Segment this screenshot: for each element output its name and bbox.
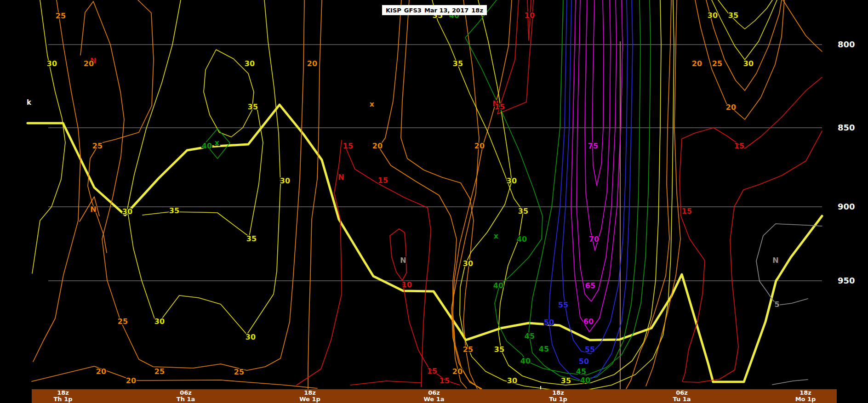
- contour-line-10: [527, 0, 531, 40]
- contour-label-25: 25: [234, 368, 244, 376]
- left-edge-partial-label: k: [27, 98, 31, 107]
- contour-label-30: 30: [743, 59, 754, 68]
- run-hour: 18z: [471, 7, 483, 14]
- bufkit-time-height-chart[interactable]: 8008509009502530N2025N3035303540x352030x…: [0, 0, 868, 403]
- contour-line-20: [308, 0, 322, 389]
- time-tick-label-18z-Th1p: 18z Th 1p: [54, 390, 73, 403]
- contour-label-65: 65: [585, 281, 595, 290]
- contour-label-25: 25: [56, 11, 66, 20]
- contour-label-x: x: [215, 138, 220, 147]
- contour-label-45: 45: [539, 345, 549, 353]
- contour-line-5: [756, 224, 822, 305]
- contour-line-30: [127, 0, 280, 335]
- contour-label-20: 20: [96, 367, 106, 376]
- contour-label-35: 35: [169, 206, 179, 215]
- pressure-label: 950: [838, 276, 855, 285]
- contour-label-30: 30: [507, 376, 517, 385]
- contour-label-15: 15: [343, 142, 353, 150]
- contour-label-35: 35: [248, 102, 258, 111]
- contour-label-30: 30: [708, 11, 718, 20]
- contour-label-15: 15: [440, 376, 450, 385]
- contour-line-25: [626, 0, 671, 389]
- contour-label-10: 10: [525, 11, 535, 20]
- contour-label-30: 30: [246, 333, 256, 341]
- contour-label-45: 45: [525, 332, 535, 341]
- contour-line-25: [80, 0, 304, 370]
- contour-label-35: 35: [246, 234, 257, 243]
- contour-label-15: 15: [734, 142, 744, 150]
- contour-line-10: [390, 229, 406, 280]
- station-id: KISP: [386, 7, 401, 14]
- run-date: Mar 13, 2017: [424, 7, 468, 14]
- contour-label-35: 35: [518, 207, 528, 216]
- contour-label-40: 40: [520, 357, 531, 365]
- contour-label-40: 40: [517, 235, 527, 244]
- time-tick-label-18z-Mo1p: 18z Mo 1p: [795, 390, 816, 403]
- contour-label-5: 5: [774, 300, 779, 309]
- contour-line-20: [379, 0, 467, 388]
- contour-label-30: 30: [280, 176, 290, 185]
- contour-label-55: 55: [585, 345, 595, 354]
- contour-label-50: 50: [579, 357, 589, 366]
- contour-label-35: 35: [494, 345, 504, 354]
- contour-label-30: 30: [47, 59, 57, 68]
- contour-label-30: 30: [122, 207, 132, 216]
- contour-label-40: 40: [493, 281, 503, 290]
- contour-line-20: [32, 366, 317, 388]
- contour-label-15: 15: [682, 207, 692, 216]
- contour-label-30: 30: [507, 176, 517, 185]
- contour-label-30: 30: [463, 259, 473, 268]
- contour-line-15: [350, 381, 422, 385]
- contour-label-75: 75: [588, 142, 598, 150]
- contour-label-55: 55: [558, 301, 568, 309]
- contour-line-75: [592, 0, 604, 186]
- time-axis-tick: [540, 386, 541, 389]
- contour-line-35: [718, 0, 772, 29]
- contour-label-N: N: [400, 256, 406, 265]
- time-axis-bar[interactable]: 18z Th 1p06z Th 1a18z We 1p06z We 1a18z …: [32, 389, 837, 403]
- time-tick-label-06z-Th1a: 06z Th 1a: [177, 390, 195, 403]
- contour-label-35: 35: [728, 11, 738, 20]
- contour-label-10: 10: [402, 280, 412, 289]
- contour-line-25: [451, 0, 483, 391]
- contour-label-x: x: [494, 232, 499, 240]
- contour-label-20: 20: [452, 367, 463, 376]
- contour-label-20: 20: [372, 142, 383, 150]
- contour-line-20: [783, 0, 822, 51]
- contour-plot-canvas[interactable]: 8008509009502530N2025N3035303540x352030x…: [0, 0, 868, 403]
- contour-label-30: 30: [245, 59, 255, 68]
- contour-label-70: 70: [589, 235, 599, 244]
- contour-label-15: 15: [378, 176, 388, 185]
- contour-label-50: 50: [544, 318, 554, 327]
- contour-label-20: 20: [474, 142, 485, 150]
- contour-line-trace: [28, 105, 822, 382]
- contour-label-N: N: [90, 205, 96, 214]
- contour-line-20: [453, 0, 512, 389]
- contour-line-30: [32, 0, 65, 273]
- contour-label-35: 35: [453, 59, 463, 68]
- contour-line-15: [297, 140, 342, 385]
- contour-line-15: [683, 131, 822, 382]
- contour-label-25: 25: [712, 59, 722, 68]
- contour-label-15: 15: [495, 102, 505, 111]
- contour-label-25: 25: [92, 142, 103, 150]
- chart-title-box: KISP GFS3 Mar 13, 2017 18z: [382, 5, 487, 15]
- contour-label-30: 30: [154, 317, 165, 326]
- time-tick-label-18z-Tu1p: 18z Tu 1p: [549, 390, 567, 403]
- contour-line-40: [465, 0, 651, 375]
- contour-line-70: [585, 0, 611, 250]
- contour-label-20: 20: [307, 59, 317, 68]
- contour-label-35: 35: [561, 376, 571, 385]
- contour-label-20: 20: [126, 376, 136, 385]
- contour-line-25: [33, 0, 80, 362]
- contour-label-60: 60: [583, 317, 594, 326]
- contour-label-25: 25: [118, 317, 128, 326]
- contour-label-40: 40: [202, 142, 212, 150]
- contour-label-20: 20: [726, 103, 736, 112]
- contour-label-x: x: [370, 100, 375, 108]
- contour-line-5: [772, 380, 808, 385]
- contour-label-25: 25: [463, 345, 473, 354]
- time-tick-label-06z-We1a: 06z We 1a: [423, 390, 444, 403]
- time-tick-label-06z-Tu1a: 06z Tu 1a: [673, 390, 691, 403]
- contour-label-N: N: [772, 256, 778, 265]
